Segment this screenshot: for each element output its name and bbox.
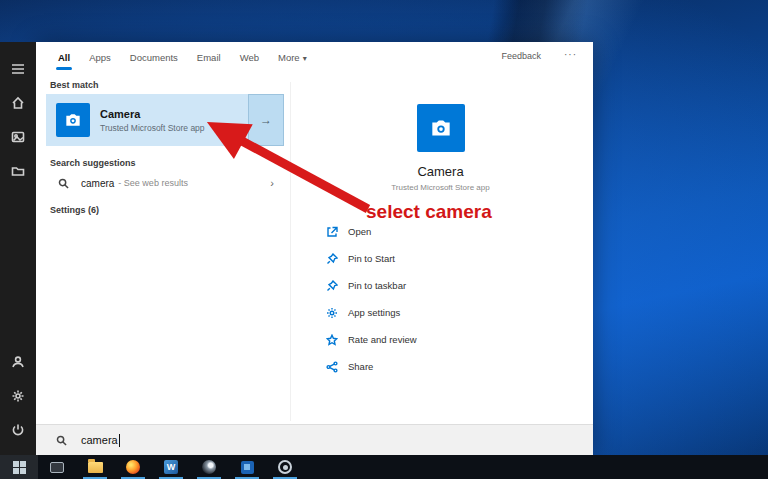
photos-icon[interactable] (5, 120, 31, 154)
tab-all[interactable]: All (58, 52, 70, 63)
search-input[interactable]: camera (36, 424, 593, 455)
result-preview-pane: Camera Trusted Microsoft Store app Open … (290, 82, 590, 421)
preview-app-name: Camera (291, 164, 590, 179)
app-settings-icon (325, 306, 338, 319)
action-share[interactable]: Share (325, 353, 590, 380)
open-icon (325, 225, 338, 238)
tab-web[interactable]: Web (240, 52, 259, 63)
tab-apps[interactable]: Apps (89, 52, 111, 63)
rate-and-review-icon (325, 333, 338, 346)
chevron-down-icon: ▾ (303, 54, 307, 63)
app-name: Camera (100, 108, 248, 120)
chevron-right-icon[interactable]: › (270, 177, 274, 189)
best-match-label: Best match (50, 80, 99, 90)
tab-more[interactable]: More▾ (278, 52, 307, 63)
feedback-link[interactable]: Feedback (501, 51, 541, 61)
tab-email[interactable]: Email (197, 52, 221, 63)
best-match-result-camera[interactable]: Camera Trusted Microsoft Store app → (46, 94, 284, 146)
blue-square-app-icon[interactable] (228, 455, 266, 479)
folder-icon[interactable] (5, 154, 31, 188)
suggestion-hint: - See web results (118, 178, 188, 188)
preview-app-subtitle: Trusted Microsoft Store app (291, 183, 590, 192)
action-pin-to-start[interactable]: Pin to Start (325, 245, 590, 272)
task-view-icon[interactable] (38, 455, 76, 479)
search-flyout: All Apps Documents Email Web More▾ Feedb… (36, 42, 593, 455)
search-suggestions-label: Search suggestions (50, 158, 136, 168)
action-pin-to-taskbar[interactable]: Pin to taskbar (325, 272, 590, 299)
pin-to-start-icon (325, 252, 338, 265)
taskbar: W (0, 455, 768, 479)
suggestion-camera-web[interactable]: camera - See web results › (46, 170, 284, 196)
text-cursor (119, 434, 120, 447)
best-match-text: Camera Trusted Microsoft Store app (100, 108, 248, 133)
power-icon[interactable] (5, 413, 31, 447)
action-rate-and-review[interactable]: Rate and review (325, 326, 590, 353)
annotation-label: select camera (366, 201, 492, 223)
account-icon[interactable] (5, 345, 31, 379)
firefox-icon[interactable] (114, 455, 152, 479)
camera-icon (56, 103, 90, 137)
camera-icon (417, 104, 465, 152)
windows-logo-icon (13, 461, 26, 474)
file-explorer-icon[interactable] (76, 455, 114, 479)
search-left-rail (0, 42, 36, 455)
home-icon[interactable] (5, 86, 31, 120)
windows-desktop: All Apps Documents Email Web More▾ Feedb… (0, 0, 768, 479)
start-button[interactable] (0, 455, 38, 479)
screen-recorder-icon[interactable] (266, 455, 304, 479)
search-icon (56, 435, 67, 446)
settings-section-label[interactable]: Settings (6) (50, 205, 99, 215)
pin-to-taskbar-icon (325, 279, 338, 292)
settings-gear-icon[interactable] (5, 379, 31, 413)
arrow-right-icon: → (260, 113, 272, 127)
app-actions-list: Open Pin to Start Pin to taskbar App set… (325, 218, 590, 380)
word-icon[interactable]: W (152, 455, 190, 479)
search-query-text: camera (81, 434, 118, 446)
expand-result-button[interactable]: → (248, 94, 284, 146)
tab-documents[interactable]: Documents (130, 52, 178, 63)
share-icon (325, 360, 338, 373)
search-icon (58, 178, 69, 189)
app-subtitle: Trusted Microsoft Store app (100, 123, 248, 133)
action-app-settings[interactable]: App settings (325, 299, 590, 326)
suggestion-query: camera (81, 178, 114, 189)
menu-icon[interactable] (5, 52, 31, 86)
more-options-icon[interactable]: ··· (564, 49, 577, 60)
app-sphere-icon[interactable] (190, 455, 228, 479)
